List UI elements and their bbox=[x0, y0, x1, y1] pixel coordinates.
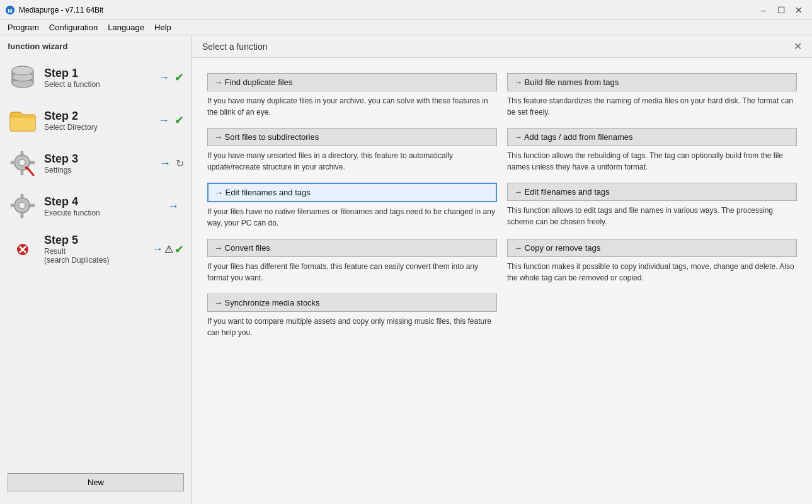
step1-number: Step 1 bbox=[44, 67, 158, 80]
build-filenames-button[interactable]: → Build file names from tags bbox=[507, 73, 797, 91]
svg-point-6 bbox=[12, 66, 33, 75]
app-icon: M bbox=[5, 5, 15, 15]
convert-files-label: → Convert files bbox=[214, 243, 270, 253]
function-cell-0: → Find duplicate files If you have many … bbox=[202, 68, 502, 123]
step4-item[interactable]: Step 4 Execute function → bbox=[0, 185, 192, 227]
sync-media-label: → Synchronize media stocks bbox=[214, 298, 320, 307]
edit-filenames-left-label: → Edit filenames and tags bbox=[215, 188, 311, 197]
step1-check: ✔ bbox=[174, 71, 184, 84]
function-cell-8: → Synchronize media stocks If you want t… bbox=[202, 289, 502, 343]
menu-bar: Program Configuration Language Help bbox=[0, 20, 812, 35]
find-duplicates-desc: If you have many duplicate files in your… bbox=[207, 95, 497, 118]
step5-text: Step 5 Result (search Duplicates) bbox=[44, 234, 152, 265]
step3-icon bbox=[8, 148, 38, 178]
step4-arrow: → bbox=[168, 200, 179, 213]
step2-arrow: → bbox=[158, 114, 169, 127]
step3-label: Settings bbox=[44, 166, 159, 175]
sidebar-bottom: New bbox=[0, 467, 192, 498]
minimize-button[interactable]: – bbox=[755, 3, 772, 17]
sidebar-title: function wizard bbox=[0, 42, 192, 56]
build-filenames-desc: This feature standardizes the naming of … bbox=[507, 95, 797, 118]
svg-rect-20 bbox=[11, 204, 15, 207]
svg-point-17 bbox=[19, 202, 25, 209]
step5-warning-icon: ⚠ bbox=[164, 243, 173, 255]
svg-rect-19 bbox=[21, 214, 23, 218]
step3-number: Step 3 bbox=[44, 152, 159, 166]
svg-rect-18 bbox=[21, 194, 23, 198]
function-cell-6: → Convert files If your files has differ… bbox=[202, 234, 502, 289]
convert-files-desc: If your files has different file formats… bbox=[207, 261, 497, 284]
menu-language[interactable]: Language bbox=[103, 21, 149, 33]
step3-arrow: → bbox=[159, 157, 171, 170]
step3-text: Step 3 Settings bbox=[44, 152, 159, 175]
step3-refresh: ↻ bbox=[176, 158, 184, 169]
function-cell-3: → Add tags / add from filenames This fun… bbox=[502, 123, 802, 178]
menu-help[interactable]: Help bbox=[149, 21, 176, 33]
sort-subdirs-desc: If you have many unsorted files in a dir… bbox=[207, 150, 497, 173]
step1-icon bbox=[8, 62, 38, 93]
step4-text: Step 4 Execute function bbox=[44, 195, 168, 217]
function-cell-7: → Copy or remove tags This function make… bbox=[502, 234, 802, 289]
step5-arrow: → bbox=[152, 243, 163, 256]
step5-item[interactable]: Step 5 Result (search Duplicates) → ⚠ ✔ bbox=[0, 227, 192, 271]
main-content: Select a function ✕ → Find duplicate fil… bbox=[192, 35, 812, 504]
main-header-title: Select a function bbox=[202, 42, 268, 52]
step2-check: ✔ bbox=[174, 113, 184, 127]
function-cell-5: → Edit filenames and tags This function … bbox=[502, 178, 802, 234]
copy-remove-tags-button[interactable]: → Copy or remove tags bbox=[507, 239, 797, 257]
menu-configuration[interactable]: Configuration bbox=[44, 21, 103, 33]
svg-rect-11 bbox=[11, 161, 15, 164]
svg-rect-10 bbox=[21, 171, 23, 175]
svg-text:M: M bbox=[8, 8, 13, 14]
step1-label: Select a function bbox=[44, 80, 158, 89]
step3-item[interactable]: Step 3 Settings → ↻ bbox=[0, 142, 192, 185]
svg-rect-9 bbox=[21, 151, 23, 156]
sidebar: function wizard Step 1 Select a function… bbox=[0, 35, 192, 504]
window-close-button[interactable]: ✕ bbox=[791, 3, 807, 17]
svg-point-8 bbox=[19, 159, 25, 166]
step5-icon bbox=[8, 234, 38, 265]
step4-label: Execute function bbox=[44, 209, 168, 217]
app-body: function wizard Step 1 Select a function… bbox=[0, 35, 812, 504]
edit-filenames-left-button[interactable]: → Edit filenames and tags bbox=[207, 183, 497, 202]
edit-filenames-right-button[interactable]: → Edit filenames and tags bbox=[507, 183, 797, 201]
window-controls: – ☐ ✕ bbox=[755, 3, 807, 17]
step4-number: Step 4 bbox=[44, 195, 168, 209]
sync-media-button[interactable]: → Synchronize media stocks bbox=[207, 294, 497, 312]
copy-remove-tags-label: → Copy or remove tags bbox=[514, 243, 600, 253]
step5-check: ✔ bbox=[174, 243, 184, 256]
step2-item[interactable]: Step 2 Select Directory → ✔ bbox=[0, 99, 192, 142]
new-button[interactable]: New bbox=[8, 473, 184, 491]
step2-label: Select Directory bbox=[44, 123, 158, 132]
function-cell-empty bbox=[502, 289, 802, 343]
panel-close-button[interactable]: ✕ bbox=[794, 40, 802, 52]
function-cell-4: → Edit filenames and tags If your files … bbox=[202, 178, 502, 234]
step2-number: Step 2 bbox=[44, 110, 158, 123]
step5-number: Step 5 bbox=[44, 234, 152, 247]
find-duplicates-button[interactable]: → Find duplicate files bbox=[207, 73, 497, 91]
step2-icon bbox=[8, 105, 38, 135]
step2-text: Step 2 Select Directory bbox=[44, 110, 158, 132]
add-tags-label: → Add tags / add from filenames bbox=[514, 132, 633, 142]
edit-filenames-left-desc: If your files have no native filenames o… bbox=[207, 206, 497, 229]
step1-arrow: → bbox=[158, 71, 169, 84]
svg-rect-12 bbox=[30, 161, 35, 164]
convert-files-button[interactable]: → Convert files bbox=[207, 239, 497, 257]
build-filenames-label: → Build file names from tags bbox=[514, 77, 619, 87]
functions-grid: → Find duplicate files If you have many … bbox=[192, 58, 812, 353]
step1-text: Step 1 Select a function bbox=[44, 67, 158, 89]
step1-item[interactable]: Step 1 Select a function → ✔ bbox=[0, 56, 192, 99]
edit-filenames-right-label: → Edit filenames and tags bbox=[514, 187, 610, 197]
function-cell-2: → Sort files to subdirectories If you ha… bbox=[202, 123, 502, 178]
find-duplicates-label: → Find duplicate files bbox=[214, 77, 292, 87]
main-header: Select a function ✕ bbox=[192, 35, 812, 58]
copy-remove-tags-desc: This function makes it possible to copy … bbox=[507, 261, 797, 284]
sort-subdirs-button[interactable]: → Sort files to subdirectories bbox=[207, 128, 497, 146]
window-title: Mediapurge - v7.11 64Bit bbox=[19, 6, 755, 14]
menu-program[interactable]: Program bbox=[3, 21, 44, 33]
edit-filenames-right-desc: This function allows to edit tags and fi… bbox=[507, 205, 797, 227]
maximize-button[interactable]: ☐ bbox=[773, 3, 789, 17]
sync-media-desc: If you want to compare multiple assets a… bbox=[207, 316, 497, 338]
sort-subdirs-label: → Sort files to subdirectories bbox=[214, 132, 319, 142]
add-tags-button[interactable]: → Add tags / add from filenames bbox=[507, 128, 797, 146]
